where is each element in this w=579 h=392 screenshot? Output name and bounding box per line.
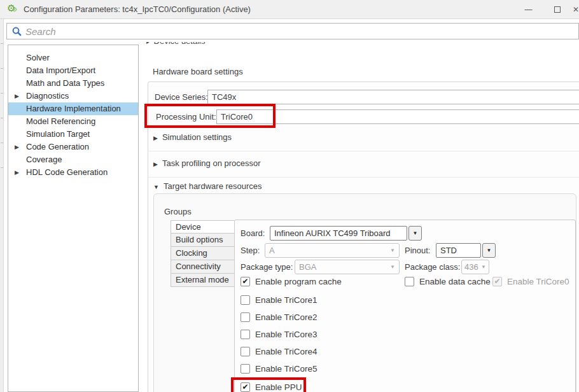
expand-arrow-icon[interactable]: ▶ [15,166,19,179]
sidebar-item-math-and-data-types[interactable]: Math and Data Types [8,77,138,90]
processing-unit-label: Processing Unit: [156,112,216,122]
maximize-icon [554,6,561,13]
tab-external-mode[interactable]: External mode [171,274,235,287]
enable-ppu-row: ✔ Enable PPU [241,382,302,392]
package-class-dropdown: 436 ▼ [461,260,489,274]
search-icon [12,27,22,36]
step-dropdown: A ▼ [265,243,400,258]
dropdown-arrow-icon[interactable]: ▼ [408,226,422,241]
sidebar-item-code-generation[interactable]: ▶Code Generation [8,141,138,153]
groups-label: Groups [164,207,192,216]
dropdown-arrow-icon[interactable]: ▼ [482,243,496,258]
enable-tricore4-checkbox[interactable] [241,347,250,356]
sidebar-item-data-import-export[interactable]: Data Import/Export [8,64,138,77]
enable-tricore2-checkbox[interactable] [241,312,250,322]
tab-build-options[interactable]: Build options [171,234,235,247]
pinout-dropdown[interactable]: STD ▼ [436,243,496,258]
section-device-details[interactable]: ▸Device details [146,42,205,46]
hardware-board-settings-panel: Device Series: Processing Unit: ▶Simulat… [148,81,579,392]
close-button[interactable]: ✕ [571,0,579,19]
sidebar-item-solver[interactable]: Solver [8,52,138,64]
device-series-field[interactable] [207,90,579,104]
search-bar[interactable] [6,23,579,39]
enable-program-cache-row: ✔ Enable program cache [241,277,342,286]
sidebar-item-hardware-implementation[interactable]: Hardware Implementation [8,102,138,115]
enable-tricore3-checkbox[interactable] [241,330,250,339]
minimize-button[interactable]: — [514,0,543,19]
window-title: Configuration Parameters: tc4x_IpcTC0/Co… [24,4,251,14]
enable-data-cache-checkbox[interactable] [405,277,414,286]
enable-tricore5-row: Enable TriCore5 [241,364,317,374]
enable-tricore0-row: ✔ Enable TriCore0 [492,277,569,286]
board-dropdown[interactable]: Infineon AURIX TC499 Triboard ▼ [270,226,422,241]
device-tab-content: Board: Infineon AURIX TC499 Triboard ▼ S… [234,220,576,392]
processing-unit-field[interactable] [216,109,579,124]
sidebar-item-hdl-code-generation[interactable]: ▶HDL Code Generation [8,166,138,179]
pinout-label: Pinout: [405,246,430,255]
dropdown-arrow-icon: ▼ [390,264,395,270]
dropdown-arrow-icon: ▼ [390,248,395,253]
step-label: Step: [241,246,260,255]
device-series-label: Device Series: [155,92,208,102]
section-divider [148,177,579,178]
enable-program-cache-checkbox[interactable]: ✔ [241,277,250,286]
enable-tricore1-checkbox[interactable] [241,295,250,305]
section-divider [148,151,579,151]
sidebar-item-model-referencing[interactable]: Model Referencing [8,115,138,128]
section-task-profiling[interactable]: ▶Task profiling on processor [153,158,261,168]
tab-connectivity[interactable]: Connectivity [171,260,235,274]
collapsed-arrow-icon: ▸ [146,42,150,45]
package-type-label: Package type: [241,262,293,272]
expand-arrow-icon[interactable]: ▶ [15,90,19,102]
enable-ppu-checkbox[interactable]: ✔ [241,382,250,392]
groups-tabstrip: Device Build options Clocking Connectivi… [171,220,235,287]
dropdown-arrow-icon: ▼ [481,264,486,270]
search-input[interactable] [25,26,578,37]
target-hardware-resources-box: Groups Device Build options Clocking Con… [153,193,576,392]
enable-tricore5-checkbox[interactable] [241,364,250,374]
tab-device[interactable]: Device [171,220,235,234]
hardware-board-settings-label: Hardware board settings [153,67,243,76]
title-bar: ⚙ ⚙ Configuration Parameters: tc4x_IpcTC… [0,0,579,19]
tab-clocking[interactable]: Clocking [171,247,235,260]
maximize-button[interactable] [543,0,571,19]
navigation-tree: Solver Data Import/Export Math and Data … [8,45,139,392]
enable-tricore1-row: Enable TriCore1 [241,295,317,305]
section-simulation-settings[interactable]: ▶Simulation settings [153,132,232,142]
board-label: Board: [241,228,265,238]
enable-tricore2-row: Enable TriCore2 [241,312,317,322]
settings-content: ▸Device details Hardware board settings … [141,42,579,392]
section-target-hardware-resources[interactable]: ▼Target hardware resources [153,181,262,191]
enable-data-cache-row: Enable data cache [405,277,491,286]
enable-tricore3-row: Enable TriCore3 [241,330,317,339]
sidebar-item-diagnostics[interactable]: ▶Diagnostics [8,90,138,102]
expanded-arrow-icon: ▼ [153,184,159,190]
package-class-label: Package class: [405,262,460,272]
enable-tricore4-row: Enable TriCore4 [241,347,317,356]
expand-arrow-icon[interactable]: ▶ [15,141,19,153]
config-gears-icon: ⚙ ⚙ [7,4,18,15]
sidebar-item-simulation-target[interactable]: Simulation Target [8,128,138,141]
left-edge-strip [0,19,4,392]
collapsed-arrow-icon: ▶ [153,135,158,141]
collapsed-arrow-icon: ▶ [153,161,158,167]
package-type-dropdown: BGA ▼ [295,260,400,274]
sidebar-item-coverage[interactable]: Coverage [8,153,138,166]
enable-tricore0-checkbox: ✔ [492,277,502,286]
